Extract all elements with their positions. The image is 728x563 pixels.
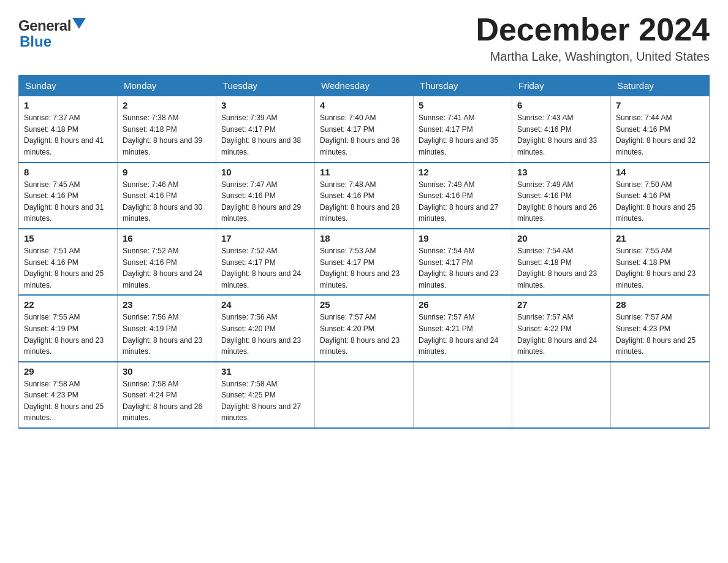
calendar-cell: 30 Sunrise: 7:58 AMSunset: 4:24 PMDaylig…: [118, 362, 216, 428]
day-number: 10: [221, 167, 309, 177]
day-number: 21: [616, 233, 704, 243]
calendar-cell: 18 Sunrise: 7:53 AMSunset: 4:17 PMDaylig…: [315, 229, 414, 295]
logo: General Blue: [18, 12, 86, 50]
day-number: 22: [24, 299, 112, 310]
day-number: 16: [123, 233, 211, 243]
page-header: General Blue December 2024 Martha Lake, …: [18, 12, 710, 64]
calendar-cell: 4 Sunrise: 7:40 AMSunset: 4:17 PMDayligh…: [315, 96, 414, 163]
calendar-cell: 10 Sunrise: 7:47 AMSunset: 4:16 PMDaylig…: [216, 163, 315, 229]
day-info: Sunrise: 7:40 AMSunset: 4:17 PMDaylight:…: [320, 113, 400, 156]
logo-blue-text: Blue: [20, 33, 51, 50]
day-info: Sunrise: 7:41 AMSunset: 4:17 PMDaylight:…: [419, 113, 498, 156]
calendar-cell: [414, 362, 512, 428]
calendar-cell: 3 Sunrise: 7:39 AMSunset: 4:17 PMDayligh…: [216, 96, 315, 163]
day-number: 9: [123, 167, 211, 177]
logo-general-text: General: [18, 17, 71, 34]
calendar-week-row: 8 Sunrise: 7:45 AMSunset: 4:16 PMDayligh…: [19, 163, 710, 229]
day-info: Sunrise: 7:54 AMSunset: 4:18 PMDaylight:…: [517, 247, 597, 289]
header-monday: Monday: [118, 75, 216, 96]
calendar-cell: 25 Sunrise: 7:57 AMSunset: 4:20 PMDaylig…: [315, 295, 414, 361]
day-number: 7: [616, 100, 704, 110]
calendar-cell: 17 Sunrise: 7:52 AMSunset: 4:17 PMDaylig…: [216, 229, 315, 295]
header-friday: Friday: [512, 75, 611, 96]
calendar-cell: 27 Sunrise: 7:57 AMSunset: 4:22 PMDaylig…: [512, 295, 611, 361]
calendar-week-row: 29 Sunrise: 7:58 AMSunset: 4:23 PMDaylig…: [19, 362, 710, 428]
day-number: 4: [320, 100, 408, 110]
svg-marker-0: [72, 18, 86, 29]
calendar-week-row: 22 Sunrise: 7:55 AMSunset: 4:19 PMDaylig…: [19, 295, 710, 361]
calendar-week-row: 15 Sunrise: 7:51 AMSunset: 4:16 PMDaylig…: [19, 229, 710, 295]
calendar-cell: 9 Sunrise: 7:46 AMSunset: 4:16 PMDayligh…: [118, 163, 216, 229]
title-section: December 2024 Martha Lake, Washington, U…: [476, 12, 710, 64]
day-info: Sunrise: 7:50 AMSunset: 4:16 PMDaylight:…: [616, 180, 696, 223]
day-number: 6: [517, 100, 605, 110]
day-number: 31: [221, 366, 309, 377]
day-info: Sunrise: 7:38 AMSunset: 4:18 PMDaylight:…: [123, 113, 202, 156]
calendar-cell: 7 Sunrise: 7:44 AMSunset: 4:16 PMDayligh…: [611, 96, 710, 163]
day-info: Sunrise: 7:53 AMSunset: 4:17 PMDaylight:…: [320, 247, 400, 289]
day-info: Sunrise: 7:46 AMSunset: 4:16 PMDaylight:…: [123, 180, 202, 223]
day-info: Sunrise: 7:57 AMSunset: 4:20 PMDaylight:…: [320, 313, 400, 356]
header-thursday: Thursday: [414, 75, 512, 96]
calendar-cell: 2 Sunrise: 7:38 AMSunset: 4:18 PMDayligh…: [118, 96, 216, 163]
location-title: Martha Lake, Washington, United States: [476, 50, 710, 64]
calendar-cell: [611, 362, 710, 428]
day-info: Sunrise: 7:56 AMSunset: 4:20 PMDaylight:…: [221, 313, 301, 356]
day-number: 12: [419, 167, 507, 177]
calendar-cell: 5 Sunrise: 7:41 AMSunset: 4:17 PMDayligh…: [414, 96, 512, 163]
calendar-cell: 23 Sunrise: 7:56 AMSunset: 4:19 PMDaylig…: [118, 295, 216, 361]
calendar-cell: 14 Sunrise: 7:50 AMSunset: 4:16 PMDaylig…: [611, 163, 710, 229]
day-number: 24: [221, 299, 309, 310]
header-wednesday: Wednesday: [315, 75, 414, 96]
day-info: Sunrise: 7:57 AMSunset: 4:21 PMDaylight:…: [419, 313, 498, 356]
calendar-cell: 15 Sunrise: 7:51 AMSunset: 4:16 PMDaylig…: [19, 229, 118, 295]
day-info: Sunrise: 7:57 AMSunset: 4:22 PMDaylight:…: [517, 313, 597, 356]
day-info: Sunrise: 7:48 AMSunset: 4:16 PMDaylight:…: [320, 180, 400, 223]
day-info: Sunrise: 7:54 AMSunset: 4:17 PMDaylight:…: [419, 247, 498, 289]
day-number: 27: [517, 299, 605, 310]
calendar-cell: 8 Sunrise: 7:45 AMSunset: 4:16 PMDayligh…: [19, 163, 118, 229]
day-info: Sunrise: 7:58 AMSunset: 4:25 PMDaylight:…: [221, 380, 301, 423]
day-info: Sunrise: 7:57 AMSunset: 4:23 PMDaylight:…: [616, 313, 696, 356]
day-info: Sunrise: 7:49 AMSunset: 4:16 PMDaylight:…: [419, 180, 498, 223]
calendar-cell: 26 Sunrise: 7:57 AMSunset: 4:21 PMDaylig…: [414, 295, 512, 361]
day-number: 20: [517, 233, 605, 243]
day-info: Sunrise: 7:43 AMSunset: 4:16 PMDaylight:…: [517, 113, 597, 156]
day-number: 19: [419, 233, 507, 243]
day-info: Sunrise: 7:44 AMSunset: 4:16 PMDaylight:…: [616, 113, 696, 156]
day-number: 5: [419, 100, 507, 110]
calendar-cell: 6 Sunrise: 7:43 AMSunset: 4:16 PMDayligh…: [512, 96, 611, 163]
calendar-cell: 31 Sunrise: 7:58 AMSunset: 4:25 PMDaylig…: [216, 362, 315, 428]
day-number: 26: [419, 299, 507, 310]
calendar-cell: 22 Sunrise: 7:55 AMSunset: 4:19 PMDaylig…: [19, 295, 118, 361]
calendar-cell: 12 Sunrise: 7:49 AMSunset: 4:16 PMDaylig…: [414, 163, 512, 229]
calendar-cell: 19 Sunrise: 7:54 AMSunset: 4:17 PMDaylig…: [414, 229, 512, 295]
day-info: Sunrise: 7:52 AMSunset: 4:17 PMDaylight:…: [221, 247, 301, 289]
calendar-cell: 16 Sunrise: 7:52 AMSunset: 4:16 PMDaylig…: [118, 229, 216, 295]
day-number: 30: [123, 366, 211, 377]
day-number: 8: [24, 167, 112, 177]
calendar-cell: [315, 362, 414, 428]
calendar-cell: 1 Sunrise: 7:37 AMSunset: 4:18 PMDayligh…: [19, 96, 118, 163]
calendar-week-row: 1 Sunrise: 7:37 AMSunset: 4:18 PMDayligh…: [19, 96, 710, 163]
day-info: Sunrise: 7:49 AMSunset: 4:16 PMDaylight:…: [517, 180, 597, 223]
day-info: Sunrise: 7:51 AMSunset: 4:16 PMDaylight:…: [24, 247, 104, 289]
day-info: Sunrise: 7:58 AMSunset: 4:23 PMDaylight:…: [24, 380, 104, 423]
calendar-cell: 28 Sunrise: 7:57 AMSunset: 4:23 PMDaylig…: [611, 295, 710, 361]
month-title: December 2024: [476, 12, 710, 47]
day-info: Sunrise: 7:58 AMSunset: 4:24 PMDaylight:…: [123, 380, 202, 423]
day-info: Sunrise: 7:47 AMSunset: 4:16 PMDaylight:…: [221, 180, 301, 223]
day-number: 3: [221, 100, 309, 110]
day-info: Sunrise: 7:37 AMSunset: 4:18 PMDaylight:…: [24, 113, 104, 156]
calendar-cell: [512, 362, 611, 428]
day-info: Sunrise: 7:52 AMSunset: 4:16 PMDaylight:…: [123, 247, 202, 289]
day-number: 28: [616, 299, 704, 310]
day-number: 14: [616, 167, 704, 177]
day-info: Sunrise: 7:56 AMSunset: 4:19 PMDaylight:…: [123, 313, 202, 356]
day-number: 11: [320, 167, 408, 177]
day-number: 13: [517, 167, 605, 177]
day-info: Sunrise: 7:39 AMSunset: 4:17 PMDaylight:…: [221, 113, 301, 156]
calendar-cell: 21 Sunrise: 7:55 AMSunset: 4:18 PMDaylig…: [611, 229, 710, 295]
calendar-cell: 29 Sunrise: 7:58 AMSunset: 4:23 PMDaylig…: [19, 362, 118, 428]
day-number: 15: [24, 233, 112, 243]
